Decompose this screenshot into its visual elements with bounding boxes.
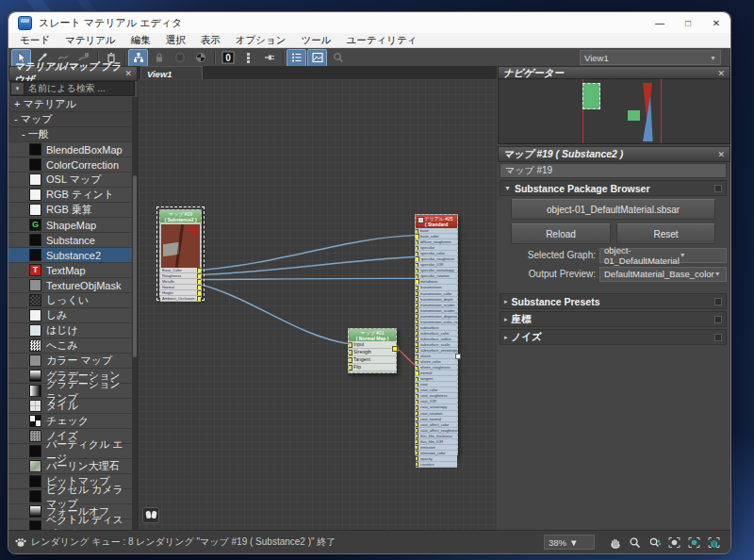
input-socket[interactable] — [416, 405, 418, 410]
substance2-node-header[interactable]: マップ #19 ( Substance2 ) — [160, 210, 201, 222]
input-socket[interactable] — [416, 274, 418, 279]
normal-map-node[interactable]: マップ #21 ( Normal Map ) InputStrengthTang… — [348, 328, 397, 373]
input-socket[interactable] — [416, 377, 418, 382]
rollout-substance-package-browser[interactable]: ▼ Substance Package Browser — [500, 180, 727, 196]
rollout-座標[interactable]: ▸座標 — [500, 311, 727, 327]
rollout-pin-icon[interactable] — [714, 298, 722, 305]
reset-button[interactable]: Reset — [616, 223, 715, 244]
title-bar[interactable]: スレート マテリアル エディタ — □ ✕ — [8, 12, 730, 33]
input-socket[interactable] — [416, 263, 418, 268]
browser-item-カラー マップ[interactable]: カラー マップ — [8, 354, 132, 369]
standard-surface-node-header[interactable]: - マテリアル #25 ( Standard Surface ) — [416, 215, 457, 229]
zoom-region-button[interactable] — [646, 535, 664, 551]
search-by-name-field[interactable]: ▼ 名前による検索 ... — [10, 81, 135, 96]
browser-group[interactable]: + マテリアル — [8, 97, 132, 112]
normal-map-node-header[interactable]: マップ #21 ( Normal Map ) — [349, 329, 396, 342]
browser-item-パーリン大理石[interactable]: パーリン大理石 — [8, 459, 132, 474]
input-socket[interactable] — [416, 400, 418, 404]
input-socket[interactable] — [416, 411, 418, 416]
input-socket[interactable] — [349, 365, 352, 371]
input-socket[interactable] — [416, 394, 418, 399]
sbsar-file-button[interactable]: object-01_DefaultMaterial.sbsar — [511, 199, 715, 220]
node-canvas[interactable]: マップ #19 ( Substance2 ) Base_ColorRoughne… — [139, 79, 497, 531]
input-socket[interactable] — [416, 383, 418, 387]
input-socket[interactable] — [416, 462, 418, 467]
input-socket[interactable] — [416, 303, 418, 307]
menu-item-編集[interactable]: 編集 — [123, 34, 158, 47]
input-socket[interactable] — [416, 422, 418, 427]
zoom-tool-button[interactable] — [328, 49, 348, 67]
navigator-close-icon[interactable]: ✕ — [717, 69, 725, 78]
params-close-icon[interactable]: ✕ — [717, 150, 725, 159]
browser-item-ピクセル カメラ マップ[interactable]: ピクセル カメラ マップ — [8, 489, 132, 504]
pan-view-button[interactable] — [606, 535, 624, 551]
browser-item-OSL マップ[interactable]: OSL マップ — [8, 173, 132, 188]
connector-style-button[interactable] — [259, 49, 279, 67]
hide-unused-slots-button[interactable] — [170, 49, 189, 67]
input-socket[interactable] — [416, 291, 418, 296]
rollout-ノイズ[interactable]: ▸ノイズ — [500, 329, 727, 345]
rollout-pin-icon[interactable] — [714, 334, 722, 341]
search-dropdown-icon[interactable]: ▼ — [11, 83, 25, 94]
zoom-extents-button[interactable] — [665, 535, 683, 551]
pan-hands-icon[interactable] — [142, 507, 159, 523]
input-socket[interactable] — [416, 417, 418, 421]
input-socket[interactable] — [416, 325, 418, 330]
menu-item-ユーティリティ[interactable]: ユーティリティ — [338, 34, 424, 47]
input-socket[interactable] — [416, 451, 418, 455]
browser-item-チェック[interactable]: チェック — [8, 414, 132, 429]
input-socket[interactable] — [349, 342, 352, 348]
input-socket[interactable] — [416, 297, 418, 302]
browser-item-TextureObjMask[interactable]: TextureObjMask — [8, 278, 132, 293]
view1-tab[interactable]: View1 — [140, 66, 203, 80]
input-socket[interactable] — [416, 308, 418, 313]
input-socket[interactable] — [349, 357, 352, 363]
standard-surface-node[interactable]: - マテリアル #25 ( Standard Surface ) basebas… — [415, 214, 458, 455]
browser-item-はじけ[interactable]: はじけ — [8, 323, 132, 338]
input-socket[interactable] — [416, 354, 418, 359]
browser-item-RGB 乗算[interactable]: RGB 乗算 — [8, 203, 132, 218]
input-socket[interactable] — [416, 445, 418, 450]
rollout-Substance Presets[interactable]: ▸Substance Presets — [500, 293, 727, 309]
input-socket[interactable] — [416, 286, 418, 290]
show-children-button[interactable] — [128, 49, 148, 67]
input-socket[interactable] — [416, 428, 418, 433]
input-socket[interactable] — [349, 350, 352, 355]
browser-item-Substance[interactable]: Substance — [8, 233, 132, 248]
menu-item-モード[interactable]: モード — [12, 34, 57, 47]
input-socket[interactable] — [416, 456, 418, 461]
input-socket[interactable] — [416, 337, 418, 341]
menu-item-マテリアル[interactable]: マテリアル — [57, 34, 123, 47]
rollout-pin-icon[interactable] — [714, 316, 722, 323]
input-socket[interactable] — [416, 240, 418, 245]
browser-item-TextMap[interactable]: TTextMap — [8, 263, 132, 278]
menu-item-表示[interactable]: 表示 — [193, 34, 228, 47]
input-socket[interactable] — [416, 314, 418, 319]
normal-map-output-socket[interactable] — [392, 346, 398, 352]
navigator-viewport[interactable] — [498, 78, 730, 144]
zoom-view-button[interactable] — [626, 535, 644, 551]
rollout-pin-icon[interactable] — [714, 185, 722, 192]
reload-button[interactable]: Reload — [511, 223, 611, 244]
maximize-button[interactable]: □ — [674, 12, 702, 33]
browser-scrollbar-thumb[interactable] — [133, 175, 137, 357]
input-socket[interactable] — [416, 388, 418, 393]
lock-button[interactable] — [149, 49, 169, 67]
zero-button[interactable]: 0 — [218, 49, 238, 67]
view-selector-dropdown[interactable]: View1 ▼ — [580, 50, 721, 65]
input-socket[interactable] — [416, 439, 418, 444]
input-socket[interactable] — [416, 320, 418, 324]
input-socket[interactable] — [416, 229, 418, 234]
show-preview-button[interactable] — [307, 49, 327, 67]
node-resize-handle[interactable] — [455, 354, 461, 359]
input-socket[interactable] — [416, 342, 418, 347]
collapse-node-icon[interactable]: - — [418, 217, 424, 223]
menu-item-選択[interactable]: 選択 — [158, 34, 193, 47]
browser-item-しみ[interactable]: しみ — [8, 308, 132, 323]
browser-item-グラデーション ランプ[interactable]: グラデーション ランプ — [8, 384, 132, 399]
browser-item-Substance2[interactable]: Substance2 — [8, 248, 132, 263]
output-socket[interactable] — [197, 296, 201, 302]
zoom-level-dropdown[interactable]: 38% ▼ — [544, 535, 595, 550]
browser-close-icon[interactable]: ✕ — [124, 69, 132, 78]
pan-to-selected-button[interactable] — [705, 535, 723, 551]
